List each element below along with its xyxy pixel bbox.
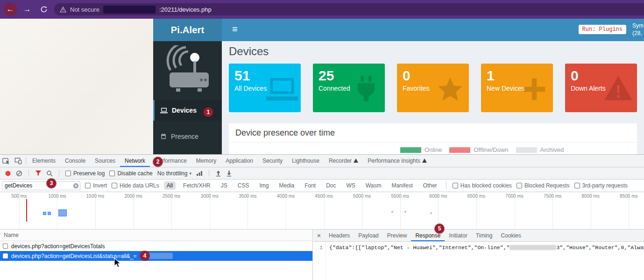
filter-type-all[interactable]: All	[164, 181, 176, 190]
divider	[229, 142, 637, 143]
filter-type-ws[interactable]: WS	[344, 181, 358, 190]
sidebar-item-presence[interactable]: Presence	[153, 126, 222, 147]
third-party-requests-checkbox[interactable]: 3rd-party requests	[574, 182, 628, 189]
filter-type-js[interactable]: JS	[218, 181, 230, 190]
plug-icon	[350, 75, 382, 104]
stat-card-all-devices[interactable]: 51 All Devices	[229, 64, 301, 112]
import-har-icon[interactable]	[215, 170, 221, 177]
tab-sources[interactable]: Sources	[90, 155, 120, 167]
checkbox[interactable]	[3, 253, 8, 258]
tab-network[interactable]: Network	[120, 155, 150, 167]
device-toolbar-button[interactable]	[12, 155, 24, 167]
redacted-host	[103, 6, 156, 14]
divider	[28, 170, 29, 177]
network-overview-timeline[interactable]: 500 ms 1000 ms 1500 ms 2000 ms 2500 ms 3…	[0, 192, 644, 230]
menu-toggle-icon[interactable]: ≡	[232, 24, 238, 35]
network-conditions-icon[interactable]	[196, 171, 203, 176]
tab-lighthouse[interactable]: Lighthouse	[287, 155, 324, 167]
details-tab-cookies[interactable]: Cookies	[496, 230, 525, 241]
tab-console[interactable]: Console	[60, 155, 90, 167]
request-row-get-devices-list[interactable]: devices.php?action=getDevicesList&status…	[0, 251, 312, 261]
preserve-log-checkbox[interactable]: Preserve log	[65, 170, 105, 177]
hide-data-urls-checkbox[interactable]: Hide data URLs	[112, 182, 159, 189]
response-json-line: {"data":[["laptop","Net - Huawei","Inter…	[326, 242, 644, 280]
blocked-requests-checkbox[interactable]: Blocked Requests	[517, 182, 570, 189]
legend-swatch	[516, 147, 537, 153]
tab-performance-insights[interactable]: Performance insights	[363, 155, 432, 167]
disable-cache-checkbox[interactable]: Disable cache	[109, 170, 152, 177]
checkbox[interactable]	[3, 244, 8, 249]
has-blocked-cookies-checkbox[interactable]: Has blocked cookies	[453, 182, 512, 189]
details-tab-payload[interactable]: Payload	[354, 230, 382, 241]
response-body[interactable]: 1 {"data":[["laptop","Net - Huawei","Int…	[313, 242, 644, 280]
record-button[interactable]	[5, 170, 11, 177]
router-illustration	[153, 41, 222, 100]
filter-input[interactable]	[2, 181, 80, 190]
request-row-get-devices-totals[interactable]: devices.php?action=getDevicesTotals	[0, 241, 312, 251]
star-icon	[434, 75, 466, 104]
network-filter-row: Invert Hide data URLs All Fetch/XHR JS C…	[0, 179, 644, 192]
web-page: Pi.Alert	[0, 19, 644, 154]
tab-security[interactable]: Security	[258, 155, 287, 167]
filter-type-wasm[interactable]: Wasm	[363, 181, 384, 190]
screenshot-root: ← → Not secure :20211/devices.php Pi.Ale…	[0, 0, 644, 280]
tab-recorder[interactable]: Recorder	[324, 155, 363, 167]
close-icon[interactable]: ×	[313, 230, 325, 241]
filter-type-manifest[interactable]: Manifest	[389, 181, 415, 190]
requests-name-column-header[interactable]: Name	[0, 230, 312, 241]
tab-application[interactable]: Application	[221, 155, 258, 167]
stat-card-connected[interactable]: 25 Connected	[313, 64, 385, 112]
filter-input-wrap	[2, 181, 80, 190]
legend-item-offline: Offline/Down	[449, 146, 508, 153]
filter-type-other[interactable]: Other	[420, 181, 440, 190]
app-logo[interactable]: Pi.Alert	[153, 19, 222, 41]
tab-memory[interactable]: Memory	[191, 155, 221, 167]
header-corner-label[interactable]: Sym (28,	[632, 22, 644, 37]
filter-type-fetch-xhr[interactable]: Fetch/XHR	[180, 181, 213, 190]
filter-type-img[interactable]: Img	[256, 181, 271, 190]
stat-card-new-devices[interactable]: 1 New Devices	[481, 64, 553, 112]
clear-filter-icon[interactable]	[73, 183, 79, 189]
filter-type-doc[interactable]: Doc	[323, 181, 339, 190]
checkbox	[65, 171, 71, 176]
back-arrow-icon: ←	[7, 5, 14, 14]
back-button[interactable]: ←	[4, 3, 17, 16]
forward-arrow-icon: →	[23, 5, 31, 14]
stat-card-down-alerts[interactable]: 0 Down Alerts	[565, 64, 637, 112]
timeline-activity-mark	[26, 199, 27, 222]
stat-card-favorites[interactable]: 0 Favorites	[397, 64, 469, 112]
laptop-icon	[266, 75, 298, 104]
annotation-step-1: 1	[204, 108, 213, 117]
details-tab-preview[interactable]: Preview	[383, 230, 411, 241]
run-plugins-button[interactable]: Run: Plugins	[579, 25, 626, 34]
redacted-text	[510, 245, 556, 250]
forward-button[interactable]: →	[21, 3, 34, 16]
network-toolbar: Preserve log Disable cache No throttling…	[0, 167, 644, 179]
tab-elements[interactable]: Elements	[28, 155, 60, 167]
filter-type-font[interactable]: Font	[302, 181, 318, 190]
inspect-icon	[2, 157, 10, 165]
inspect-element-button[interactable]	[0, 155, 12, 167]
invert-checkbox[interactable]: Invert	[85, 182, 107, 189]
details-tab-headers[interactable]: Headers	[325, 230, 354, 241]
details-tab-timing[interactable]: Timing	[472, 230, 497, 241]
plus-icon	[518, 75, 550, 104]
line-number-gutter: 1	[313, 242, 326, 280]
details-tab-initiator[interactable]: Initiator	[445, 230, 471, 241]
timeline-activity-mark	[404, 211, 406, 213]
timeline-activity-mark	[43, 212, 46, 215]
checkbox	[112, 183, 117, 188]
clear-button[interactable]	[16, 170, 22, 177]
checkbox	[574, 183, 580, 188]
not-secure-warning-icon	[60, 7, 66, 13]
throttling-select[interactable]: No throttling ▾	[157, 170, 191, 177]
filter-type-media[interactable]: Media	[276, 181, 297, 190]
calendar-icon	[160, 133, 167, 140]
filter-type-css[interactable]: CSS	[235, 181, 252, 190]
search-button[interactable]	[46, 170, 53, 177]
filter-button[interactable]	[35, 170, 42, 176]
divider	[26, 157, 26, 165]
address-bar[interactable]: Not secure :20211/devices.php	[54, 3, 644, 15]
refresh-button[interactable]	[37, 3, 50, 16]
export-har-icon[interactable]	[226, 170, 232, 177]
